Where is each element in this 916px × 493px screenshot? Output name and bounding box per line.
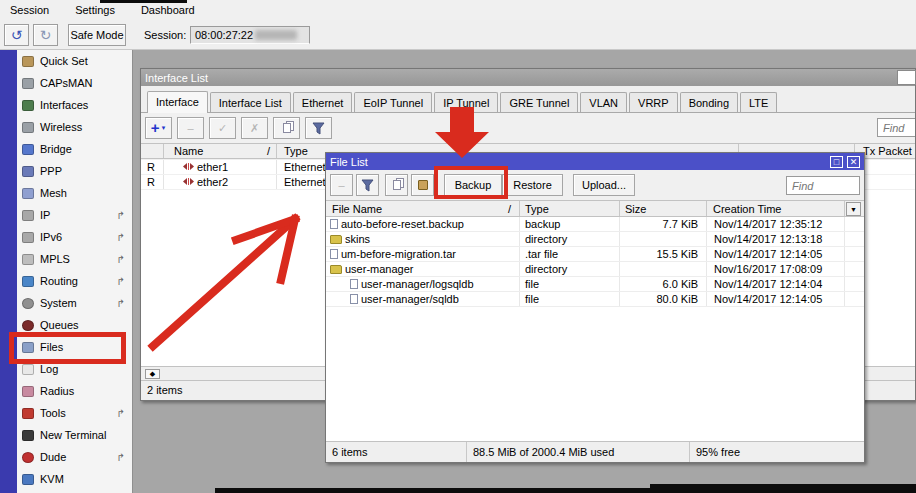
sidebar-item-dude[interactable]: Dude: [17, 446, 132, 468]
file-find-input[interactable]: [786, 176, 860, 195]
queues-icon: [22, 320, 34, 331]
safe-mode-button[interactable]: Safe Mode: [68, 24, 126, 46]
sidebar-item-capsman[interactable]: CAPsMAN: [17, 72, 132, 94]
sidebar-item-tools[interactable]: Tools: [17, 402, 132, 424]
file-table-header: File Name / Type Size Creation Time ▼: [326, 200, 864, 217]
sidebar-item-ppp[interactable]: PPP: [17, 160, 132, 182]
menu-settings[interactable]: Settings: [75, 4, 115, 16]
paste-button[interactable]: [411, 174, 434, 196]
filter-button[interactable]: [356, 174, 379, 196]
sidebar-item-routing[interactable]: Routing: [17, 270, 132, 292]
ppp-icon: [22, 166, 34, 177]
highlight-box-files: [9, 332, 126, 364]
file-row[interactable]: user-manager/sqldb file 80.0 KiB Nov/14/…: [326, 292, 864, 307]
file-row[interactable]: um-before-migration.tar .tar file 15.5 K…: [326, 247, 864, 262]
disable-button[interactable]: ✗: [241, 117, 268, 139]
file-row[interactable]: user-manager directory Nov/16/2017 17:08…: [326, 262, 864, 277]
scroll-anchor-icon[interactable]: [145, 369, 160, 379]
menu-bar: Session Settings Dashboard: [0, 0, 916, 20]
file-window-titlebar[interactable]: File List □ ✕: [326, 153, 864, 170]
tab-eoip-tunnel[interactable]: EoIP Tunnel: [354, 92, 432, 112]
filter-button[interactable]: [305, 117, 332, 139]
interface-toolbar: +▼ – ✓ ✗: [145, 117, 332, 139]
close-icon[interactable]: ✕: [847, 156, 860, 168]
column-name[interactable]: Name: [174, 145, 203, 157]
file-item-count: 6 items: [326, 442, 466, 462]
session-value: 08:00:27:22: [195, 29, 253, 41]
enable-button[interactable]: ✓: [209, 117, 236, 139]
sidebar-item-wireless[interactable]: Wireless: [17, 116, 132, 138]
ethernet-port-icon: [183, 161, 194, 172]
tab-interface-list[interactable]: Interface List: [210, 92, 291, 112]
terminal-icon: [22, 430, 34, 441]
tab-vrrp[interactable]: VRRP: [629, 92, 678, 112]
sidebar-item-bridge[interactable]: Bridge: [17, 138, 132, 160]
add-button[interactable]: +▼: [145, 117, 172, 139]
submenu-arrow-icon: [117, 408, 125, 419]
column-size[interactable]: Size: [625, 203, 646, 215]
sidebar-item-mesh[interactable]: Mesh: [17, 182, 132, 204]
sidebar-item-radius[interactable]: Radius: [17, 380, 132, 402]
sidebar-item-ipv6[interactable]: IPv6: [17, 226, 132, 248]
sort-indicator: /: [267, 145, 270, 157]
sidebar-item-mpls[interactable]: MPLS: [17, 248, 132, 270]
undo-button[interactable]: ↺: [4, 24, 29, 46]
copy-button[interactable]: [385, 174, 408, 196]
maximize-icon[interactable]: □: [830, 156, 843, 168]
quick-set-icon: [22, 56, 34, 67]
remove-button[interactable]: –: [177, 117, 204, 139]
submenu-arrow-icon: [117, 254, 125, 265]
file-table-body: auto-before-reset.backup backup 7.7 KiB …: [326, 217, 864, 441]
comment-button[interactable]: [273, 117, 300, 139]
mesh-icon: [22, 188, 34, 199]
disk-free: 95% free: [689, 442, 864, 462]
interface-find-input[interactable]: [877, 118, 916, 137]
paste-icon: [418, 180, 428, 190]
file-icon: [330, 249, 338, 259]
tab-interface[interactable]: Interface: [147, 91, 208, 113]
tab-vlan[interactable]: VLAN: [580, 92, 627, 112]
redo-button[interactable]: ↻: [33, 24, 58, 46]
interface-window-titlebar[interactable]: Interface List: [141, 69, 915, 86]
interface-tabs: Interface Interface List Ethernet EoIP T…: [141, 86, 915, 113]
tab-bonding[interactable]: Bonding: [680, 92, 738, 112]
column-tx-packet[interactable]: Tx Packet: [863, 145, 912, 157]
session-field[interactable]: 08:00:27:22: [190, 26, 310, 44]
log-icon: [22, 364, 34, 375]
tab-gre-tunnel[interactable]: GRE Tunnel: [500, 92, 578, 112]
file-icon: [350, 279, 358, 289]
column-type[interactable]: Type: [284, 145, 308, 157]
upload-button[interactable]: Upload...: [573, 174, 635, 196]
file-window-title: File List: [330, 156, 368, 168]
sidebar-item-ip[interactable]: IP: [17, 204, 132, 226]
tab-ethernet[interactable]: Ethernet: [293, 92, 353, 112]
interface-item-count: 2 items: [147, 384, 182, 396]
menu-session[interactable]: Session: [10, 4, 49, 16]
file-row[interactable]: user-manager/logsqldb file 6.0 KiB Nov/1…: [326, 277, 864, 292]
restore-button[interactable]: Restore: [502, 174, 563, 196]
file-status-bar: 6 items 88.5 MiB of 2000.4 MiB used 95% …: [326, 441, 864, 462]
maximize-button[interactable]: [897, 70, 916, 85]
check-icon: ✓: [218, 122, 227, 135]
system-icon: [22, 298, 34, 309]
file-row[interactable]: auto-before-reset.backup backup 7.7 KiB …: [326, 217, 864, 232]
column-divider: [276, 144, 277, 158]
column-type[interactable]: Type: [525, 203, 549, 215]
undo-icon: ↺: [11, 27, 23, 43]
tab-ip-tunnel[interactable]: IP Tunnel: [434, 92, 498, 112]
submenu-arrow-icon: [117, 452, 125, 463]
submenu-arrow-icon: [117, 232, 125, 243]
menu-dashboard[interactable]: Dashboard: [141, 4, 195, 16]
sidebar-item-system[interactable]: System: [17, 292, 132, 314]
folder-icon: [330, 235, 342, 244]
sidebar-item-kvm[interactable]: KVM: [17, 468, 132, 490]
delete-button[interactable]: –: [330, 174, 353, 196]
column-select-dropdown[interactable]: ▼: [846, 202, 861, 216]
sidebar-item-new-terminal[interactable]: New Terminal: [17, 424, 132, 446]
column-file-name[interactable]: File Name: [332, 203, 382, 215]
sidebar-item-interfaces[interactable]: Interfaces: [17, 94, 132, 116]
sidebar-item-quick-set[interactable]: Quick Set: [17, 50, 132, 72]
tab-lte[interactable]: LTE: [740, 92, 777, 112]
column-creation-time[interactable]: Creation Time: [713, 203, 781, 215]
file-row[interactable]: skins directory Nov/14/2017 12:13:18: [326, 232, 864, 247]
